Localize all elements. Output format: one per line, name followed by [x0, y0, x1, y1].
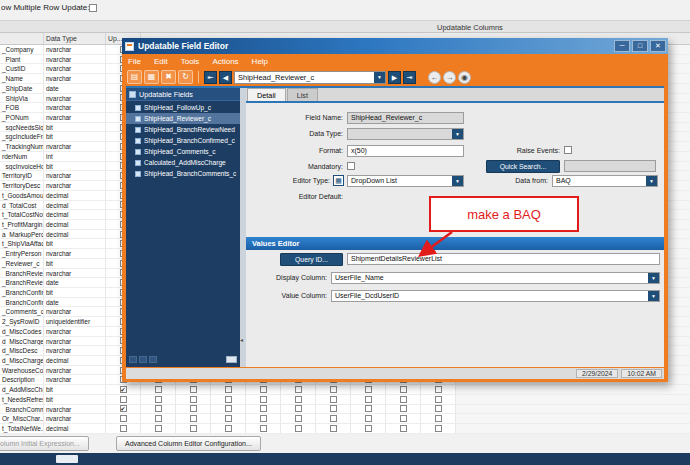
- tab-detail[interactable]: Detail: [247, 88, 286, 101]
- grid-checkbox[interactable]: [155, 396, 162, 403]
- grid-checkbox[interactable]: [365, 405, 372, 412]
- tree-item[interactable]: ShipHead_Comments_c: [126, 146, 240, 157]
- save-icon[interactable]: ▤: [127, 70, 142, 84]
- grid-checkbox[interactable]: [330, 415, 337, 422]
- multiple-row-update-checkbox[interactable]: [89, 4, 97, 12]
- editor-type-select[interactable]: DropDown List ▼: [347, 175, 464, 187]
- query-id-button[interactable]: Query ID...: [280, 253, 343, 266]
- grid-checkbox[interactable]: [155, 386, 162, 393]
- grid-checkbox[interactable]: [190, 425, 197, 432]
- grid-checkbox[interactable]: [400, 425, 407, 432]
- column-initial-expression-button[interactable]: Column Initial Expression...: [0, 436, 89, 451]
- maximize-button[interactable]: □: [632, 40, 648, 52]
- grid-checkbox[interactable]: [365, 425, 372, 432]
- grid-checkbox[interactable]: [400, 396, 407, 403]
- advanced-column-editor-button[interactable]: Advanced Column Editor Configuration...: [116, 436, 261, 451]
- grid-checkbox[interactable]: [330, 425, 337, 432]
- grid-checkbox[interactable]: [260, 386, 267, 393]
- grid-checkbox[interactable]: [225, 396, 232, 403]
- grid-checkbox[interactable]: [190, 405, 197, 412]
- grid-checkbox[interactable]: [120, 405, 127, 412]
- field-name-input[interactable]: ShipHead_Reviewer_c: [347, 112, 464, 124]
- grid-checkbox[interactable]: [365, 415, 372, 422]
- display-column-select[interactable]: UserFile_Name ▼: [331, 272, 660, 284]
- grid-checkbox[interactable]: [295, 415, 302, 422]
- grid-checkbox[interactable]: [295, 425, 302, 432]
- options-icon[interactable]: ◉: [458, 71, 471, 84]
- grid-checkbox[interactable]: [435, 396, 442, 403]
- tree-item[interactable]: ShipHead_Reviewer_c: [126, 113, 240, 124]
- refresh-icon[interactable]: ↻: [178, 70, 193, 84]
- grid-checkbox[interactable]: [295, 405, 302, 412]
- grid-checkbox[interactable]: [155, 425, 162, 432]
- print-icon[interactable]: ▦: [144, 70, 159, 84]
- table-row[interactable]: t_TotalNetWe...decimal: [0, 424, 690, 434]
- delete-icon[interactable]: ✖: [161, 70, 176, 84]
- grid-checkbox[interactable]: [435, 386, 442, 393]
- grid-checkbox[interactable]: [400, 405, 407, 412]
- mandatory-checkbox[interactable]: [347, 162, 355, 170]
- column-header-data-type[interactable]: Data Type: [44, 33, 106, 44]
- grid-checkbox[interactable]: [435, 415, 442, 422]
- grid-checkbox[interactable]: [330, 396, 337, 403]
- grid-checkbox[interactable]: [120, 396, 127, 403]
- grid-checkbox[interactable]: [260, 415, 267, 422]
- first-record-button[interactable]: ⇤: [204, 71, 217, 84]
- grid-checkbox[interactable]: [365, 396, 372, 403]
- grid-checkbox[interactable]: [330, 386, 337, 393]
- grid-checkbox[interactable]: [155, 405, 162, 412]
- next-record-button[interactable]: ▶: [388, 71, 401, 84]
- back-button[interactable]: ←: [428, 71, 441, 84]
- query-id-input[interactable]: ShipmentDetailsReviewerList: [347, 253, 660, 265]
- grid-checkbox[interactable]: [260, 425, 267, 432]
- grid-checkbox[interactable]: [330, 405, 337, 412]
- panel-tool-icon[interactable]: [129, 356, 137, 363]
- menu-item-help[interactable]: Help: [252, 57, 268, 66]
- table-row[interactable]: t_NeedsRefreshbit: [0, 395, 690, 405]
- grid-checkbox[interactable]: [400, 386, 407, 393]
- table-row[interactable]: Or_MiscChar...nvarchar: [0, 414, 690, 424]
- panel-tool-icon[interactable]: [149, 356, 157, 363]
- grid-checkbox[interactable]: [190, 415, 197, 422]
- grid-checkbox[interactable]: [435, 425, 442, 432]
- tab-list[interactable]: List: [287, 88, 318, 101]
- tree-item[interactable]: ShipHead_BranchConfirmed_c: [126, 135, 240, 146]
- grid-checkbox[interactable]: [295, 396, 302, 403]
- grid-checkbox[interactable]: [225, 405, 232, 412]
- grid-checkbox[interactable]: [225, 425, 232, 432]
- menu-item-edit[interactable]: Edit: [154, 57, 168, 66]
- grid-checkbox[interactable]: [225, 386, 232, 393]
- column-header-field-name[interactable]: [0, 33, 44, 44]
- tree-item[interactable]: ShipHead_BranchComments_c: [126, 168, 240, 179]
- grid-checkbox[interactable]: [225, 415, 232, 422]
- menu-item-file[interactable]: File: [128, 57, 141, 66]
- grid-checkbox[interactable]: [190, 386, 197, 393]
- panel-resize-grip[interactable]: [226, 356, 237, 363]
- grid-checkbox[interactable]: [190, 396, 197, 403]
- grid-checkbox[interactable]: [260, 396, 267, 403]
- grid-checkbox[interactable]: [120, 425, 127, 432]
- editor-type-icon[interactable]: ▦: [333, 175, 344, 186]
- grid-checkbox[interactable]: [435, 405, 442, 412]
- data-type-select[interactable]: ▼: [347, 128, 464, 140]
- tree-item[interactable]: ShipHead_BranchReviewNeed: [126, 124, 240, 135]
- table-row[interactable]: d_AddMiscChar...bit: [0, 385, 690, 395]
- grid-checkbox[interactable]: [120, 415, 127, 422]
- record-selector[interactable]: ShipHead_Reviewer_c ▼: [234, 71, 386, 84]
- table-row[interactable]: _BranchComm...nvarchar: [0, 405, 690, 415]
- raise-events-checkbox[interactable]: [564, 146, 572, 154]
- grid-checkbox[interactable]: [400, 415, 407, 422]
- close-button[interactable]: ✕: [650, 40, 666, 52]
- quick-search-input[interactable]: [564, 160, 656, 172]
- value-column-select[interactable]: UserFile_DcdUserID ▼: [331, 290, 660, 302]
- prev-record-button[interactable]: ◀: [219, 71, 232, 84]
- grid-checkbox[interactable]: [365, 386, 372, 393]
- forward-button[interactable]: →: [443, 71, 456, 84]
- last-record-button[interactable]: ⇥: [403, 71, 416, 84]
- minimize-button[interactable]: ─: [614, 40, 630, 52]
- tree-item[interactable]: ShipHead_FollowUp_c: [126, 102, 240, 113]
- grid-checkbox[interactable]: [155, 415, 162, 422]
- menu-item-actions[interactable]: Actions: [212, 57, 238, 66]
- grid-checkbox[interactable]: [260, 405, 267, 412]
- menu-item-tools[interactable]: Tools: [181, 57, 200, 66]
